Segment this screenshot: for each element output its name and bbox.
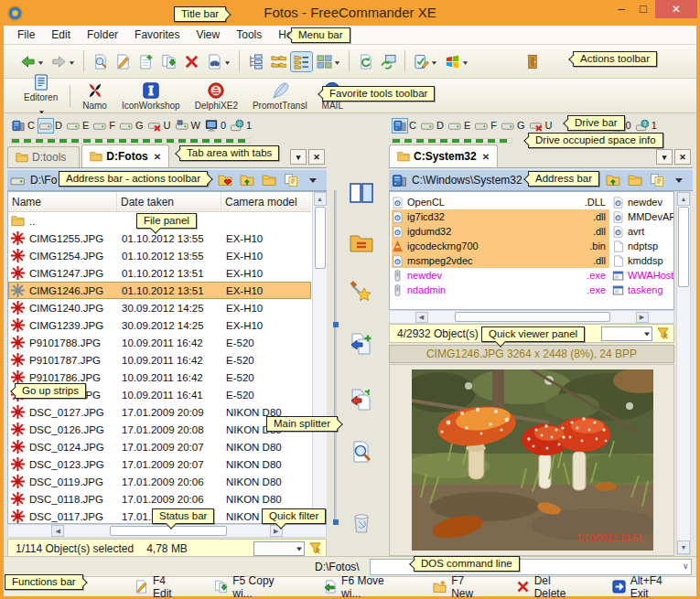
minimize-button[interactable]: –	[611, 0, 631, 18]
caretbtn-button[interactable]	[303, 171, 323, 189]
drivex-button[interactable]: U	[527, 118, 555, 134]
dropdown-arrow-icon[interactable]	[461, 53, 468, 70]
drive-button[interactable]: E	[446, 118, 472, 134]
folder-tab[interactable]: D:Fotos ✕	[81, 144, 169, 167]
folderup-button[interactable]	[603, 171, 623, 189]
tab-close-icon[interactable]: ✕	[482, 152, 490, 162]
flat-button[interactable]	[268, 52, 289, 71]
file-row[interactable]: DSC_0118.JPG 17.01.2009 20:06 NIKON D80	[8, 490, 311, 508]
caretbtn-button[interactable]	[669, 171, 689, 189]
drive-button[interactable]: G	[117, 118, 145, 134]
file-row[interactable]: P9101788.JPG 10.09.2011 16:42 E-520	[8, 334, 311, 351]
iconws-button[interactable]: IconWorkshop	[115, 80, 187, 112]
scroll-up-icon[interactable]: ▲	[677, 192, 690, 206]
horizontal-scrollbar[interactable]: ◀ ▶	[389, 310, 674, 324]
newdoc-button[interactable]	[135, 52, 156, 71]
menu-item[interactable]: Tools	[228, 27, 270, 43]
trash-button[interactable]	[348, 509, 375, 537]
file-row[interactable]: igdumd32 .dll	[392, 224, 609, 239]
dropdown-arrow-icon[interactable]	[68, 53, 75, 70]
folder-tab[interactable]: D:tools	[7, 146, 80, 167]
file-row[interactable]: MMDevAPI	[612, 209, 673, 224]
tab-list-dropdown[interactable]: ▾	[290, 149, 307, 165]
sync-button[interactable]	[378, 52, 399, 71]
folderup-button[interactable]	[237, 171, 257, 189]
scroll-left-icon[interactable]: ◀	[51, 525, 64, 537]
refresh-button[interactable]	[355, 52, 376, 71]
dualpanel-button[interactable]	[348, 179, 375, 207]
drive-button[interactable]: D	[418, 118, 446, 134]
tab-close-icon[interactable]: ✕	[154, 152, 161, 162]
scrollbar-thumb[interactable]	[315, 207, 326, 269]
scroll-down-icon[interactable]: ▼	[677, 540, 690, 554]
quick-filter-combo[interactable]	[601, 326, 652, 341]
folder2-button[interactable]	[625, 171, 645, 189]
folder-tab[interactable]: C:System32 ✕	[389, 144, 498, 167]
viewmag-button[interactable]	[348, 438, 375, 465]
sysdrive-button[interactable]: C	[9, 118, 37, 134]
scrollbar-thumb[interactable]	[678, 207, 689, 287]
close-button[interactable]: ✕	[655, 0, 697, 18]
file-row[interactable]: OpenCL .DLL	[392, 195, 609, 209]
menu-item[interactable]: View	[188, 27, 228, 43]
net-button[interactable]: 1	[633, 118, 659, 134]
fexit-button[interactable]: Alt+F4 Exit	[609, 572, 685, 599]
scrollbar-thumb[interactable]	[455, 312, 610, 322]
folder2-button[interactable]	[259, 171, 279, 189]
maximize-button[interactable]: □	[633, 0, 653, 18]
copydoc-button[interactable]: F5 Copy wi...	[211, 572, 298, 599]
editoren-button[interactable]: Editoren	[17, 72, 64, 120]
scroll-up-icon[interactable]: ▲	[314, 192, 327, 206]
file-row[interactable]: CIMG1246.JPG 01.10.2012 13:51 EX-H10	[8, 282, 311, 299]
column-header-date[interactable]: Date taken	[117, 192, 221, 211]
drivex-button[interactable]: U	[145, 118, 173, 134]
drive-button[interactable]: G	[499, 118, 527, 134]
vertical-scrollbar[interactable]: ▲ ▼	[676, 191, 691, 555]
actcheck-button[interactable]	[411, 51, 440, 71]
file-row[interactable]: newdev .exe	[392, 268, 609, 283]
main-splitter[interactable]	[334, 190, 337, 523]
file-row[interactable]: DSC_0124.JPG 17.01.2009 20:07 NIKON D80	[8, 438, 311, 455]
column-header-name[interactable]: Name	[8, 192, 117, 211]
quick-filter-combo[interactable]	[253, 541, 305, 556]
drivew-button[interactable]: W	[173, 118, 202, 134]
file-row[interactable]: WWAHost	[612, 268, 673, 283]
dropdown-arrow-icon[interactable]	[430, 53, 437, 70]
drive-button[interactable]: F	[91, 118, 117, 134]
tab-close-button[interactable]: ✕	[308, 149, 325, 165]
dropdown-arrow-icon[interactable]	[223, 53, 231, 70]
file-row[interactable]: CIMG1247.JPG 01.10.2012 13:51 EX-H10	[8, 264, 311, 282]
file-row[interactable]: newdev	[612, 195, 673, 209]
sysdrive-button[interactable]: C	[391, 118, 418, 134]
thumbs-button[interactable]	[314, 51, 343, 71]
file-row[interactable]: DSC_0123.JPG 17.01.2009 20:07 NIKON D80	[8, 455, 311, 473]
file-row[interactable]: CIMG1239.JPG 30.09.2012 14:25 EX-H10	[8, 316, 311, 334]
scroll-left-icon[interactable]: ◀	[415, 312, 428, 323]
folderheart-button[interactable]	[215, 171, 235, 189]
copypath-button[interactable]	[647, 171, 667, 189]
fwd-button[interactable]	[48, 51, 78, 71]
tab-list-dropdown[interactable]: ▾	[656, 149, 673, 165]
copypath-button[interactable]	[281, 171, 301, 189]
file-row[interactable]: DSC_0119.JPG 17.01.2009 20:06 NIKON D80	[8, 473, 311, 490]
file-row[interactable]: kmddsp	[612, 253, 673, 268]
quill-button[interactable]: PromotTransl	[246, 80, 314, 112]
file-row[interactable]: CIMG1255.JPG 01.10.2012 13:55 EX-H10	[8, 230, 311, 247]
file-row[interactable]: ig7icd32 .dll	[392, 209, 609, 224]
file-row[interactable]: P9101787.JPG 10.09.2011 16:42 E-520	[8, 351, 311, 369]
drive-button[interactable]: E	[64, 118, 91, 134]
delx-button[interactable]: Del Delete	[513, 572, 587, 599]
delphi-button[interactable]: DelphiXE2	[188, 80, 244, 112]
dropdown-arrow-icon[interactable]	[333, 53, 340, 70]
monitor-button[interactable]: 0	[202, 118, 228, 134]
foldereq-button[interactable]	[348, 229, 375, 256]
find-button[interactable]	[204, 51, 233, 71]
vertical-scrollbar[interactable]: ▲ ▼	[312, 192, 327, 523]
filter-icon[interactable]	[656, 326, 670, 340]
tree-button[interactable]	[245, 52, 266, 71]
command-history-dropdown-icon[interactable]: ∨	[683, 562, 689, 571]
column-header-camera[interactable]: Camera model	[221, 192, 311, 211]
fnew-button[interactable]: F7 New	[430, 572, 491, 599]
menu-item[interactable]: File	[9, 27, 43, 43]
menu-item[interactable]: Folder	[79, 27, 126, 43]
